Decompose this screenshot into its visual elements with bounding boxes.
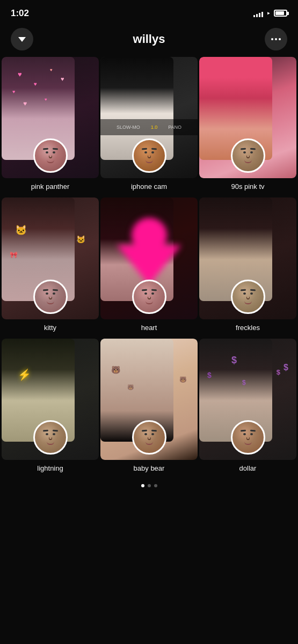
filter-thumb-lightning <box>33 420 68 455</box>
filter-thumb-kitty <box>33 280 68 314</box>
filter-thumb-heart <box>132 280 166 314</box>
indicator-dot-1 <box>141 484 144 487</box>
filter-item-90s-pink-tv[interactable]: 90s pink tv <box>199 57 296 196</box>
page-indicator <box>0 478 298 492</box>
indicator-dot-2 <box>148 484 151 487</box>
filter-item-heart[interactable]: heart <box>100 197 198 336</box>
filter-label-pink-panther: pink panther <box>2 178 99 196</box>
more-options-button[interactable] <box>265 28 287 50</box>
filter-label-dollar: dollar <box>199 460 296 478</box>
status-bar: 1:02 ‣ <box>0 0 298 24</box>
filter-item-dollar[interactable]: $ $ $ $ $ dollar <box>199 339 296 478</box>
indicator-dot-3 <box>154 484 157 487</box>
wifi-icon: ‣ <box>266 9 271 18</box>
filter-thumb-iphone-cam <box>132 138 166 173</box>
filter-thumb-baby-bear <box>132 420 166 455</box>
filter-label-baby-bear: baby bear <box>100 460 198 478</box>
filter-label-90s-pink-tv: 90s pink tv <box>199 178 296 196</box>
signal-icon <box>253 10 263 17</box>
filter-label-iphone-cam: iphone cam <box>100 178 198 196</box>
filter-thumb-90s-pink-tv <box>231 138 265 173</box>
dot-icon <box>275 38 277 40</box>
status-time: 1:02 <box>11 8 29 19</box>
filter-thumb-dollar <box>231 420 265 455</box>
filter-item-kitty[interactable]: 🐱 🐱 🎀 kitty <box>2 197 99 336</box>
filter-label-heart: heart <box>100 319 198 337</box>
dot-icon <box>279 38 281 40</box>
filter-label-lightning: lightning <box>2 460 99 478</box>
filter-label-kitty: kitty <box>2 319 99 337</box>
chevron-down-icon <box>18 37 26 42</box>
filter-item-baby-bear[interactable]: 🐻 🐻 🐻 baby bear <box>100 339 198 478</box>
filter-item-pink-panther[interactable]: ♥ ♥ ♥ ♥ ♥ ♥ ♥ pink pant <box>2 57 99 196</box>
filters-grid: ♥ ♥ ♥ ♥ ♥ ♥ ♥ pink pant <box>0 57 298 478</box>
filter-item-lightning[interactable]: ⚡ lightning <box>2 339 99 478</box>
battery-icon <box>274 10 287 17</box>
filter-item-iphone-cam[interactable]: SLOW-MO 1.0 PANO iphone cam <box>100 57 198 196</box>
back-button[interactable] <box>11 28 33 50</box>
filter-item-freckles[interactable]: freckles <box>199 197 296 336</box>
page-title: willys <box>133 32 165 46</box>
filter-label-freckles: freckles <box>199 319 296 337</box>
status-icons: ‣ <box>253 9 287 18</box>
filter-thumb-pink-panther <box>33 138 68 173</box>
header: willys <box>0 24 298 57</box>
filter-thumb-freckles <box>231 280 265 314</box>
dot-icon <box>271 38 273 40</box>
